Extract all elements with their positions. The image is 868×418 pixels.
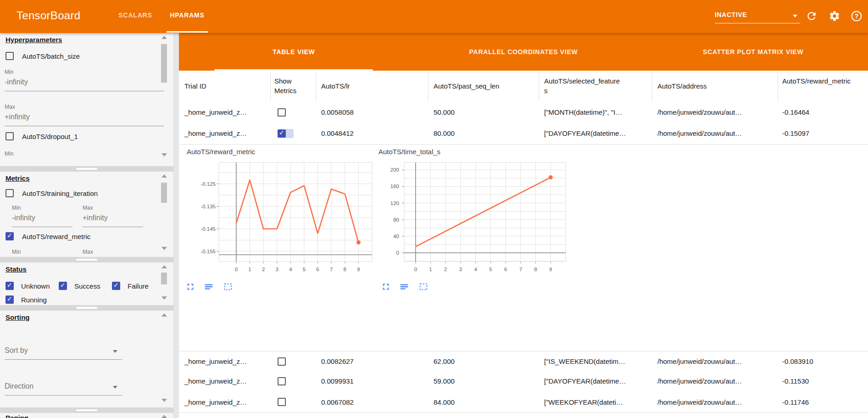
view-data-list-icon[interactable] xyxy=(399,282,409,292)
min2-label: Min xyxy=(5,150,13,157)
status-unknown-checkbox[interactable] xyxy=(6,282,14,290)
svg-text:7: 7 xyxy=(330,267,333,272)
direction-underline xyxy=(5,395,122,396)
sort-by-select[interactable]: Sort by xyxy=(5,346,28,355)
status-success-checkbox[interactable] xyxy=(59,282,67,290)
col-past-seq-len[interactable]: AutoTS/past_seq_len xyxy=(434,81,499,91)
scroll-up-arrow[interactable] xyxy=(161,36,167,39)
status-failure-label: Failure xyxy=(128,282,149,290)
selection-box-icon[interactable] xyxy=(223,282,233,292)
show-metrics-checkbox[interactable] xyxy=(278,108,286,117)
direction-select[interactable]: Direction xyxy=(5,382,33,390)
expand-chart-icon[interactable] xyxy=(185,282,195,292)
scroll-down-arrow[interactable] xyxy=(161,399,167,402)
max-input[interactable]: +infinity xyxy=(5,113,30,121)
scrollbar-thumb[interactable] xyxy=(161,183,167,203)
table-row[interactable]: _home_junweid_z… 0.0082627 62.000 ["IS_W… xyxy=(179,351,868,372)
scroll-up-arrow[interactable] xyxy=(161,174,167,178)
section-sorting: Sorting Sort by Direction xyxy=(0,311,173,407)
show-metrics-checkbox[interactable] xyxy=(278,398,286,406)
col-autots-lr[interactable]: AutoTS/lr xyxy=(321,81,350,91)
batch-size-checkbox[interactable] xyxy=(6,52,14,60)
min2-label: Min xyxy=(12,249,21,255)
refresh-icon[interactable] xyxy=(806,10,818,22)
selected-features-cell: ["WEEKOFYEAR(dateti… xyxy=(544,392,623,412)
scroll-down-arrow[interactable] xyxy=(161,296,167,300)
scroll-up-arrow[interactable] xyxy=(161,313,167,317)
show-metrics-checkbox[interactable] xyxy=(278,357,286,366)
tab-scalars[interactable]: SCALARS xyxy=(116,11,155,19)
dropdown-arrow-icon[interactable] xyxy=(113,350,117,353)
app-header: TensorBoard SCALARS HPARAMS INACTIVE ? xyxy=(0,0,868,33)
table-row[interactable]: _home_junweid_z… 0.0048412 80.000 ["DAYO… xyxy=(179,123,868,145)
selection-box-icon[interactable] xyxy=(418,282,428,292)
show-metrics-checkbox[interactable] xyxy=(278,129,286,138)
reward-metric-label: AutoTS/reward_metric xyxy=(22,233,90,240)
svg-text:3: 3 xyxy=(276,267,278,272)
tab-scatter-plot-matrix-view[interactable]: SCATTER PLOT MATRIX VIEW xyxy=(638,33,868,71)
section-resize-divider[interactable] xyxy=(0,257,173,262)
svg-text:1: 1 xyxy=(248,267,251,272)
chart-title-time-total: AutoTS/time_total_s xyxy=(378,148,440,156)
svg-text:6: 6 xyxy=(504,267,507,272)
section-paging: Paging xyxy=(0,413,173,418)
help-icon[interactable]: ? xyxy=(851,10,862,22)
scrollbar-thumb[interactable] xyxy=(161,44,167,83)
min-input[interactable]: -infinity xyxy=(12,214,35,222)
svg-text:6: 6 xyxy=(316,267,319,272)
section-resize-divider[interactable] xyxy=(0,166,173,172)
run-status-dropdown[interactable]: INACTIVE xyxy=(715,11,800,23)
col-selected-features[interactable]: AutoTS/selected_features xyxy=(544,76,623,95)
selected-features-cell: ["DAYOFYEAR(datetime… xyxy=(544,371,626,392)
status-running-checkbox[interactable] xyxy=(6,295,14,304)
paging-heading: Paging xyxy=(6,414,28,418)
sorting-heading: Sorting xyxy=(6,313,30,321)
dropdown-arrow-icon[interactable] xyxy=(113,386,117,389)
min-input[interactable]: -infinity xyxy=(5,78,28,86)
col-address[interactable]: AutoTS/address xyxy=(657,81,707,91)
trial-id-cell: _home_junweid_z… xyxy=(184,371,247,392)
svg-text:0: 0 xyxy=(414,267,417,272)
column-divider xyxy=(778,72,778,101)
trial-id-cell: _home_junweid_z… xyxy=(184,102,247,123)
tab-hparams[interactable]: HPARAMS xyxy=(165,11,209,19)
svg-text:4: 4 xyxy=(289,267,292,272)
table-row[interactable]: _home_junweid_z… 0.0067082 84.000 ["WEEK… xyxy=(179,392,868,413)
show-metrics-checkbox[interactable] xyxy=(278,377,286,385)
checkbox-ripple xyxy=(286,129,294,138)
section-resize-divider[interactable] xyxy=(0,407,173,413)
scroll-up-arrow[interactable] xyxy=(161,265,167,268)
settings-gear-icon[interactable] xyxy=(829,10,840,22)
sidebar: Hyperparameters AutoTS/batch_size Min -i… xyxy=(0,33,173,418)
max-input[interactable]: +infinity xyxy=(83,214,108,222)
dropout-checkbox[interactable] xyxy=(6,132,14,140)
svg-text:-0.145: -0.145 xyxy=(200,226,216,232)
expand-chart-icon[interactable] xyxy=(381,282,391,292)
table-row[interactable]: _home_junweid_z… 0.0099931 59.000 ["DAYO… xyxy=(179,371,868,392)
svg-text:2: 2 xyxy=(262,267,265,272)
trial-id-cell: _home_junweid_z… xyxy=(184,392,247,412)
training-iteration-checkbox[interactable] xyxy=(6,189,14,197)
col-show-metrics[interactable]: Show Metrics xyxy=(274,76,306,95)
svg-text:?: ? xyxy=(855,12,859,20)
status-failure-checkbox[interactable] xyxy=(112,282,120,290)
svg-text:8: 8 xyxy=(534,267,537,272)
max2-label: Max xyxy=(83,249,93,255)
max-input-underline xyxy=(83,227,143,227)
scrollbar-thumb[interactable] xyxy=(161,273,167,284)
col-reward-metric[interactable]: AutoTS/reward_metric xyxy=(782,76,852,86)
svg-text:4: 4 xyxy=(474,267,478,272)
status-heading: Status xyxy=(6,265,27,273)
column-divider xyxy=(539,72,539,101)
scroll-up-arrow[interactable] xyxy=(161,415,167,418)
section-resize-divider[interactable] xyxy=(0,305,173,311)
tab-table-view[interactable]: TABLE VIEW xyxy=(179,33,409,71)
svg-text:7: 7 xyxy=(519,267,522,272)
scroll-down-arrow[interactable] xyxy=(161,247,167,250)
view-data-list-icon[interactable] xyxy=(204,282,214,292)
col-trial-id[interactable]: Trial ID xyxy=(184,81,206,91)
scroll-down-arrow[interactable] xyxy=(161,153,167,156)
reward-metric-checkbox[interactable] xyxy=(6,232,14,240)
tab-parallel-coordinates-view[interactable]: PARALLEL COORDINATES VIEW xyxy=(409,33,639,71)
table-row[interactable]: _home_junweid_z… 0.0058058 50.000 ["MONT… xyxy=(179,102,868,123)
